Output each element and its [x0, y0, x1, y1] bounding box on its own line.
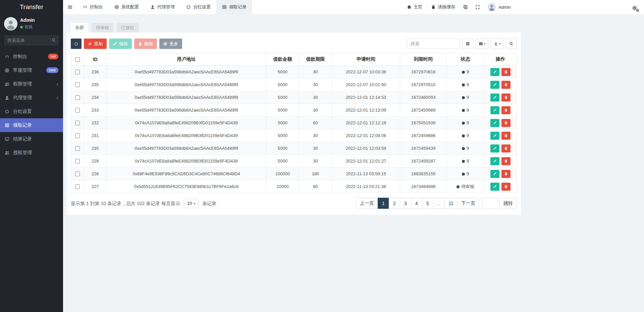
table-row[interactable]: 2300xe55d497783D03a598db8A2aec5AAcE65AA5…	[71, 142, 517, 155]
page-button[interactable]: 3	[400, 198, 411, 209]
column-header[interactable]: 操作	[484, 53, 517, 66]
page-next-button[interactable]: 下一页	[457, 198, 479, 209]
column-header[interactable]: 到期时间	[400, 53, 447, 66]
sidebar-item[interactable]: 领取记录	[0, 118, 63, 132]
home-link[interactable]: 主页	[402, 0, 427, 14]
column-header[interactable]: 借款金额	[266, 53, 299, 66]
row-delete-button[interactable]	[501, 93, 511, 102]
table-row[interactable]: 2330xe55d497783D03a598db8A2aec5AAcE65AA5…	[71, 104, 517, 117]
page-button[interactable]: 1	[378, 198, 389, 209]
topnav-item[interactable]: 分红设置	[180, 0, 216, 14]
row-checkbox[interactable]	[75, 82, 80, 87]
menu-search-input[interactable]	[4, 35, 59, 46]
row-edit-button[interactable]	[490, 157, 499, 165]
row-checkbox[interactable]	[75, 121, 80, 125]
sidebar-item[interactable]: 常规管理new	[0, 63, 63, 77]
topnav-item[interactable]: 代理管理	[145, 0, 180, 14]
column-header[interactable]: 状态	[447, 53, 484, 66]
table-search-input[interactable]	[407, 39, 460, 49]
jump-page-input[interactable]	[482, 198, 498, 209]
table-row[interactable]: 2350xe55d497783D03a598db8A2aec5AAcE65AA5…	[71, 78, 517, 91]
row-checkbox[interactable]	[75, 95, 80, 100]
user-profile[interactable]: Admin 在线	[0, 14, 63, 34]
row-delete-button[interactable]	[501, 157, 511, 165]
page-button[interactable]: 11	[444, 198, 458, 209]
row-edit-button[interactable]	[490, 170, 499, 178]
select-all-checkbox[interactable]	[75, 57, 80, 62]
page-button[interactable]: 2	[389, 198, 400, 209]
cell-amount: 5000	[266, 129, 299, 142]
row-edit-button[interactable]	[490, 93, 499, 102]
row-delete-button[interactable]	[501, 68, 511, 76]
tab[interactable]: 全部	[71, 23, 88, 33]
cell-address: 0x68F4e9E938F89c5CAD8D3C4Ce80C74686Cf648…	[107, 168, 266, 180]
fullscreen-button[interactable]	[472, 0, 484, 14]
check-update-button[interactable]	[460, 0, 472, 14]
row-edit-button[interactable]	[490, 119, 499, 127]
table-row[interactable]: 2270x5d5512c839B95F62CC7583E885b1c7BF6Fe…	[71, 180, 517, 193]
row-delete-button[interactable]	[501, 119, 511, 127]
row-delete-button[interactable]	[501, 144, 511, 152]
column-header[interactable]: 用户地址	[107, 53, 266, 66]
table-row[interactable]: 2320x74cA107dE8a8aBfeE498209B3fD01159e5F…	[71, 117, 517, 129]
cell-status: 9	[447, 117, 484, 129]
sidebar-item[interactable]: 代理管理‹	[0, 91, 63, 105]
topnav-item[interactable]: 系统配置	[109, 0, 145, 14]
menu-search	[4, 35, 59, 46]
cell-id: 227	[84, 180, 107, 193]
hamburger-menu-icon[interactable]	[63, 0, 77, 14]
page-button[interactable]: 5	[422, 198, 433, 209]
user-menu[interactable]: Admin	[484, 0, 515, 14]
topnav-item[interactable]: 领取记录	[216, 0, 252, 14]
row-edit-button[interactable]	[490, 132, 499, 140]
sidebar-item[interactable]: 分红设置	[0, 105, 63, 118]
refresh-button[interactable]	[71, 39, 82, 49]
row-delete-button[interactable]	[501, 81, 511, 89]
row-checkbox[interactable]	[75, 184, 80, 189]
edit-button[interactable]: 编辑	[109, 39, 132, 49]
delete-button[interactable]: 删除	[134, 39, 157, 49]
column-header[interactable]: 申请时间	[332, 53, 400, 66]
table-row[interactable]: 2340xe55d497783D03a598db8A2aec5AAcE65AA5…	[71, 91, 517, 104]
table-row[interactable]: 2310x74cA107dE8a8aBfeE498209B3fD01159e5F…	[71, 129, 517, 142]
sidebar-item[interactable]: 结算记录	[0, 132, 63, 146]
row-edit-button[interactable]	[490, 81, 499, 89]
row-checkbox[interactable]	[75, 108, 80, 113]
settings-button[interactable]	[632, 2, 644, 12]
table-row[interactable]: 2280x68F4e9E938F89c5CAD8D3C4Ce80C74686Cf…	[71, 168, 517, 180]
row-delete-button[interactable]	[501, 132, 511, 140]
column-header[interactable]: 借款期限	[299, 53, 332, 66]
column-header[interactable]: ID	[84, 53, 107, 66]
export-button[interactable]: ▾	[491, 39, 503, 49]
toggle-view-button[interactable]	[462, 39, 473, 49]
row-checkbox[interactable]	[75, 146, 80, 151]
page-button[interactable]: 4	[411, 198, 422, 209]
page-prev-button[interactable]: 上一页	[356, 198, 378, 209]
row-delete-button[interactable]	[501, 170, 511, 178]
row-checkbox[interactable]	[75, 70, 80, 74]
jump-button[interactable]: 跳转	[499, 198, 517, 209]
page-size-select[interactable]: 10 ▴	[184, 199, 199, 208]
row-checkbox[interactable]	[75, 172, 80, 176]
tab[interactable]: 已放款	[117, 23, 139, 33]
sidebar-item[interactable]: 权限管理‹	[0, 77, 63, 91]
row-delete-button[interactable]	[501, 106, 511, 114]
row-checkbox[interactable]	[75, 133, 80, 138]
sidebar-item[interactable]: 授权管理	[0, 146, 63, 160]
sidebar-item[interactable]: 控制台hot	[0, 50, 63, 63]
row-edit-button[interactable]	[490, 144, 499, 152]
more-button[interactable]: 更多	[159, 39, 182, 49]
tab[interactable]: 待审核	[92, 23, 113, 33]
clear-cache-link[interactable]: 清除缓存	[427, 0, 460, 14]
columns-button[interactable]: ▾	[476, 39, 488, 49]
row-delete-button[interactable]	[501, 183, 511, 191]
search-button[interactable]	[506, 39, 517, 49]
row-edit-button[interactable]	[490, 183, 499, 191]
topnav-item[interactable]: 控制台	[77, 0, 109, 14]
row-edit-button[interactable]	[490, 68, 499, 76]
table-row[interactable]: 2360xe55d497783D03a598db8A2aec5AAcE65AA5…	[71, 66, 517, 78]
row-edit-button[interactable]	[490, 106, 499, 114]
row-checkbox[interactable]	[75, 159, 80, 164]
add-button[interactable]: 添加	[84, 39, 107, 49]
table-row[interactable]: 2290x74cA107dE8a8aBfeE498209B3fD01159e5F…	[71, 155, 517, 168]
